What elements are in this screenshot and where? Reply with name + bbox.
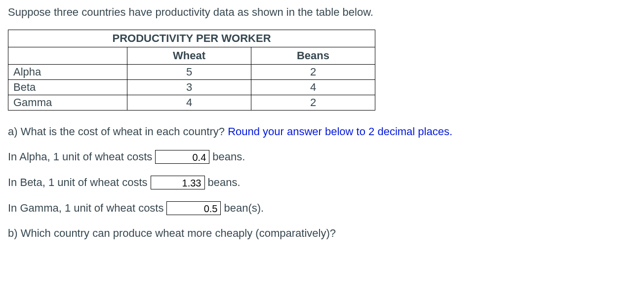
cell-beans: 2 xyxy=(251,65,375,80)
question-b: b) Which country can produce wheat more … xyxy=(8,227,636,240)
answer-beta-input[interactable]: 1.33 xyxy=(151,176,205,189)
answer-gamma-pre: In Gamma, 1 unit of wheat costs xyxy=(8,202,163,215)
cell-wheat: 3 xyxy=(127,80,251,95)
table-header-empty xyxy=(8,47,127,65)
answer-gamma-post: bean(s). xyxy=(224,202,264,215)
row-label: Alpha xyxy=(8,65,127,80)
cell-wheat: 5 xyxy=(127,65,251,80)
answer-alpha-input[interactable]: 0.4 xyxy=(155,150,209,164)
answer-line-beta: In Beta, 1 unit of wheat costs 1.33 bean… xyxy=(8,176,636,189)
table-header-wheat: Wheat xyxy=(127,47,251,65)
row-label: Gamma xyxy=(8,95,127,111)
table-row: Beta 3 4 xyxy=(8,80,375,95)
cell-beans: 2 xyxy=(251,95,375,111)
answer-beta-post: beans. xyxy=(208,176,241,189)
productivity-table: PRODUCTIVITY PER WORKER Wheat Beans Alph… xyxy=(8,30,375,111)
question-a-text: a) What is the cost of wheat in each cou… xyxy=(8,125,228,138)
answer-alpha-pre: In Alpha, 1 unit of wheat costs xyxy=(8,150,152,163)
table-title: PRODUCTIVITY PER WORKER xyxy=(8,30,375,47)
table-row: Gamma 4 2 xyxy=(8,95,375,111)
cell-wheat: 4 xyxy=(127,95,251,111)
question-a-instruction: Round your answer below to 2 decimal pla… xyxy=(228,125,452,138)
answer-alpha-post: beans. xyxy=(212,150,245,163)
table-header-beans: Beans xyxy=(251,47,375,65)
intro-text: Suppose three countries have productivit… xyxy=(8,6,636,19)
answer-line-gamma: In Gamma, 1 unit of wheat costs 0.5 bean… xyxy=(8,201,636,215)
answer-line-alpha: In Alpha, 1 unit of wheat costs 0.4 bean… xyxy=(8,150,636,164)
answer-gamma-input[interactable]: 0.5 xyxy=(166,201,221,215)
answer-beta-pre: In Beta, 1 unit of wheat costs xyxy=(8,176,148,189)
cell-beans: 4 xyxy=(251,80,375,95)
row-label: Beta xyxy=(8,80,127,95)
table-row: Alpha 5 2 xyxy=(8,65,375,80)
question-a: a) What is the cost of wheat in each cou… xyxy=(8,125,636,138)
